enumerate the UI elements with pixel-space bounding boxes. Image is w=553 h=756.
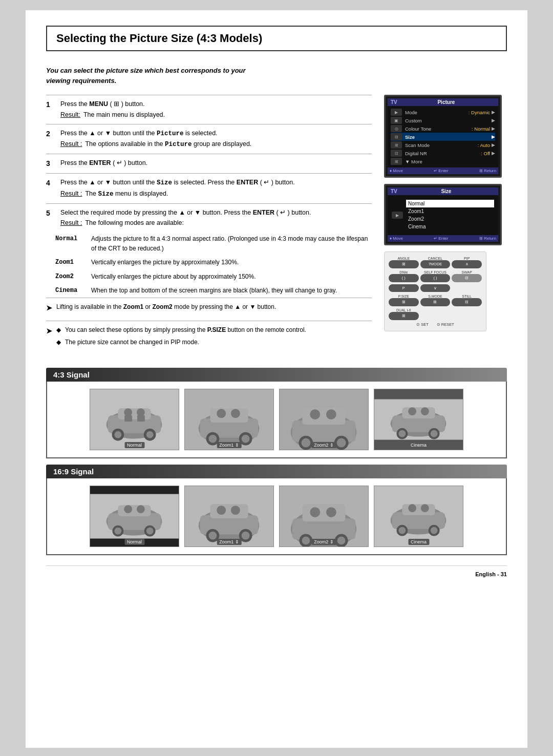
svg-point-39 <box>398 430 406 437</box>
svg-rect-11 <box>137 415 145 422</box>
svg-point-9 <box>137 408 145 416</box>
svg-point-54 <box>124 505 132 513</box>
svg-point-55 <box>137 505 145 513</box>
thumb-43-cinema: Cinema <box>374 389 463 450</box>
svg-point-73 <box>337 536 346 544</box>
svg-point-71 <box>302 536 310 544</box>
svg-rect-59 <box>210 504 248 518</box>
svg-point-42 <box>408 407 416 415</box>
svg-point-81 <box>398 527 406 534</box>
svg-point-53 <box>146 527 154 534</box>
thumb-169-zoom1: Zoom1 ⇕ <box>184 486 274 547</box>
signal-169-box: Normal <box>46 478 507 555</box>
right-column: TV Picture ▶ Mode : Dynamic ▶ ▣ Custom <box>384 95 507 355</box>
thumb-43-zoom2: Zoom2 ⇕ <box>279 389 369 450</box>
svg-point-61 <box>208 531 217 539</box>
mode-zoom2: Zoom2 Vertically enlarges the picture ab… <box>55 270 372 284</box>
svg-point-30 <box>310 409 320 419</box>
step-1: 1 Press the MENU ( ⊞ ) button. Result: T… <box>46 95 372 124</box>
thumb-169-normal: Normal <box>90 486 179 547</box>
svg-rect-25 <box>302 407 345 425</box>
mode-list: Normal Adjusts the picture to fit a 4:3 … <box>55 232 372 298</box>
svg-point-8 <box>124 408 132 416</box>
svg-rect-69 <box>302 504 345 521</box>
remote-control-diagram: ANGLE ⊞ CANCEL 7MODE PIP ∧ DNIe ( ) <box>384 251 486 331</box>
svg-point-27 <box>302 438 311 447</box>
step-5: 5 Select the required mode by pressing t… <box>46 203 372 233</box>
svg-rect-49 <box>118 505 151 516</box>
tv-size-icon-1: ▶ <box>392 212 403 219</box>
svg-rect-33 <box>374 389 463 399</box>
step-3: 3 Press the ENTER ( ↵ ) button. <box>46 154 372 173</box>
svg-point-41 <box>431 430 438 437</box>
signal-43-box: Normal <box>46 382 507 458</box>
svg-point-65 <box>231 506 240 515</box>
svg-point-64 <box>217 506 226 515</box>
tv-icon-7: ⊞ <box>391 158 402 165</box>
signal-169-thumbs: Normal <box>52 486 501 547</box>
signal-43: 4:3 Signal <box>46 368 507 458</box>
svg-rect-15 <box>210 408 248 423</box>
svg-rect-45 <box>90 486 179 494</box>
svg-point-19 <box>242 434 250 443</box>
tv-icon-2: ▣ <box>391 117 402 124</box>
svg-point-17 <box>208 434 217 443</box>
svg-point-7 <box>146 431 154 438</box>
signal-169: 16:9 Signal <box>46 465 507 555</box>
thumb-43-zoom1: Zoom1 ⇕ <box>184 389 274 450</box>
svg-point-5 <box>114 431 121 438</box>
intro-text: You can select the picture size which be… <box>46 66 507 86</box>
signal-section: 4:3 Signal <box>46 368 507 555</box>
thumb-169-zoom2: Zoom2 ⇕ <box>279 486 369 547</box>
svg-point-43 <box>421 407 429 415</box>
svg-point-51 <box>114 527 121 534</box>
page-footer: English - 31 <box>46 565 507 577</box>
svg-point-74 <box>310 507 320 517</box>
steps-column: 1 Press the MENU ( ⊞ ) button. Result: T… <box>46 95 372 355</box>
tv-screen-size: TV Size ▶ Normal Zoom1 Zoom2 Cinema <box>384 184 502 245</box>
mode-zoom1: Zoom1 Vertically enlarges the picture by… <box>55 256 372 269</box>
signal-169-header: 16:9 Signal <box>46 465 507 478</box>
svg-point-85 <box>421 504 429 512</box>
thumb-169-cinema: Cinema <box>374 486 463 547</box>
step-4: 4 Press the ▲ or ▼ button until the Size… <box>46 173 372 203</box>
svg-point-29 <box>337 438 346 447</box>
svg-rect-3 <box>118 408 151 419</box>
svg-point-63 <box>242 531 250 539</box>
svg-rect-79 <box>402 504 435 515</box>
page-title: Selecting the Picture Size (4:3 Models) <box>46 26 507 51</box>
svg-point-83 <box>431 527 438 534</box>
mode-normal: Normal Adjusts the picture to fit a 4:3 … <box>55 232 372 256</box>
svg-rect-10 <box>124 415 132 422</box>
svg-point-20 <box>217 409 226 418</box>
tv-icon-5: ⊞ <box>391 141 402 149</box>
signal-43-thumbs: Normal <box>52 389 501 450</box>
svg-point-21 <box>231 409 240 418</box>
svg-point-84 <box>408 504 416 512</box>
tv-icon-4: ⊟ <box>391 133 402 140</box>
tv-icon-6: ⊡ <box>391 150 402 157</box>
tv-icon-1: ▶ <box>391 109 402 116</box>
mode-cinema: Cinema When the top and bottom of the sc… <box>55 284 372 298</box>
thumb-43-normal: Normal <box>90 389 179 450</box>
tv-screen-picture: TV Picture ▶ Mode : Dynamic ▶ ▣ Custom <box>384 95 502 178</box>
page-container: Selecting the Picture Size (4:3 Models) … <box>26 10 527 748</box>
svg-point-31 <box>326 409 336 419</box>
note-bullets: ➤ ◆ You can select these options by simp… <box>46 321 372 355</box>
note-lifting: ➤ Lifting is available in the Zoom1 or Z… <box>46 298 372 321</box>
signal-43-header: 4:3 Signal <box>46 368 507 382</box>
step-2: 2 Press the ▲ or ▼ button until the Pict… <box>46 124 372 154</box>
svg-rect-37 <box>402 407 435 418</box>
svg-point-75 <box>326 507 336 517</box>
tv-icon-3: ◎ <box>391 125 402 132</box>
